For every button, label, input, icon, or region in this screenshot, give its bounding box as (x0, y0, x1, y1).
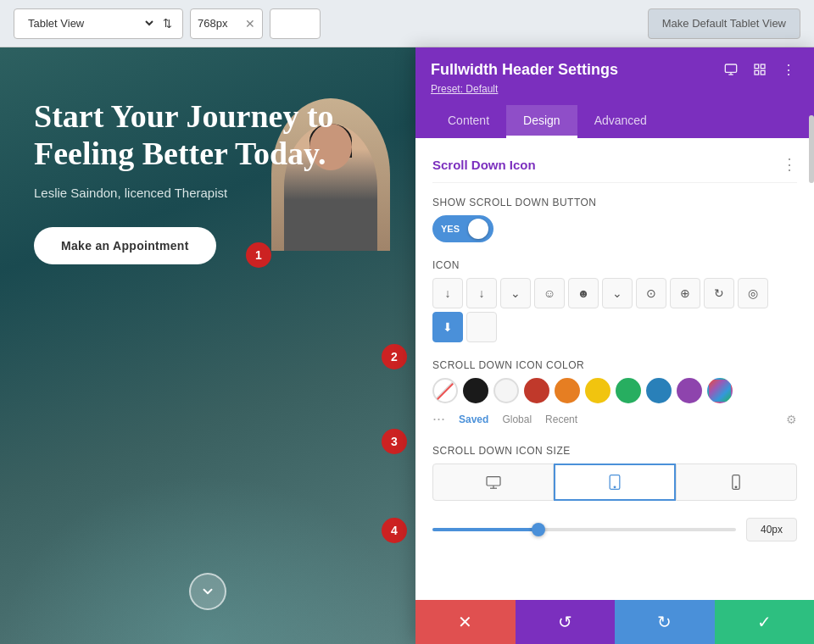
slider-row: 40px (432, 518, 797, 541)
panel-preset: Preset: Default (431, 83, 799, 95)
preview-subtitle: Leslie Saindon, licenced Therapist (34, 186, 382, 200)
scroll-down-section-heading: Scroll Down Icon ⋮ (432, 155, 797, 183)
icon-compass[interactable]: ◎ (738, 278, 768, 308)
section-title: Scroll Down Icon (432, 158, 536, 172)
panel-actions: ✕ ↺ ↻ ✓ (415, 600, 814, 644)
more-options-button[interactable]: ⋮ (778, 59, 799, 80)
top-toolbar: Tablet View ⇅ ✕ Make Default Tablet View (0, 0, 814, 47)
px-input[interactable] (198, 17, 240, 30)
icon-circle-down[interactable]: ⊙ (636, 278, 666, 308)
color-dots-button[interactable]: ··· (432, 410, 445, 428)
icon-chevron-down[interactable]: ⌄ (602, 278, 633, 308)
color-tab-saved[interactable]: Saved (459, 414, 488, 425)
tab-design[interactable]: Design (506, 105, 577, 138)
slider-value[interactable]: 40px (746, 518, 797, 541)
icon-color-label: Scroll Down Icon Color (432, 359, 797, 371)
main-area: Start Your Journey to Feeling Better Tod… (0, 47, 814, 644)
section-more-button[interactable]: ⋮ (782, 155, 797, 174)
svg-rect-6 (755, 70, 759, 75)
step-4-badge: 4 (382, 518, 407, 543)
icon-smiley-1[interactable]: ☺ (534, 278, 565, 308)
icon-grid: ↓ ↓ ⌄ ☺ ☻ ⌄ ⊙ ⊕ ↻ ◎ ⬇ (432, 278, 797, 342)
svg-point-13 (735, 486, 737, 488)
color-white[interactable] (493, 378, 519, 403)
icon-empty[interactable] (466, 312, 497, 342)
preset-label[interactable]: Preset: Default (431, 83, 498, 95)
website-preview: Start Your Journey to Feeling Better Tod… (0, 47, 415, 644)
redo-button[interactable]: ↻ (615, 600, 715, 644)
svg-rect-5 (761, 70, 765, 75)
step-2-badge: 2 (382, 344, 407, 369)
slider-track[interactable] (432, 528, 736, 531)
icon-smiley-2[interactable]: ☻ (568, 278, 599, 308)
px-close-icon[interactable]: ✕ (245, 17, 255, 31)
view-select[interactable]: Tablet View (25, 16, 156, 31)
toggle-wrap: YES (432, 215, 797, 242)
scroll-down-button[interactable] (189, 573, 226, 610)
preview-content: Start Your Journey to Feeling Better Tod… (0, 47, 415, 298)
step-3-badge: 3 (382, 429, 407, 454)
svg-rect-7 (487, 477, 500, 486)
preview-title: Start Your Journey to Feeling Better Tod… (34, 98, 382, 172)
color-settings-icon[interactable]: ⚙ (786, 413, 797, 426)
show-scroll-down-row: Show Scroll Down Button YES (432, 197, 797, 242)
toggle-yes-label: YES (438, 222, 463, 236)
icon-arrow-down-1[interactable]: ↓ (432, 278, 463, 308)
tab-content[interactable]: Content (431, 105, 506, 138)
show-scroll-label: Show Scroll Down Button (432, 197, 797, 208)
color-tab-global[interactable]: Global (502, 414, 532, 425)
color-blue[interactable] (646, 378, 672, 403)
icon-size-row: Scroll Down Icon Size (432, 445, 797, 501)
panel-body: Scroll Down Icon ⋮ Show Scroll Down Butt… (415, 138, 814, 600)
color-orange[interactable] (555, 378, 580, 403)
color-green[interactable] (616, 378, 641, 403)
save-button[interactable]: ✓ (715, 600, 815, 644)
responsive-icon-button[interactable] (721, 59, 741, 80)
view-select-wrap[interactable]: Tablet View ⇅ (14, 8, 183, 39)
icon-size-label: Scroll Down Icon Size (432, 445, 797, 457)
color-swatches (432, 378, 797, 403)
px-preview-box (270, 8, 321, 39)
panel-tabs: Content Design Advanced (431, 105, 799, 138)
color-purple[interactable] (677, 378, 702, 403)
slider-row-wrap: 40px (432, 518, 797, 541)
svg-rect-0 (725, 64, 736, 72)
icon-arrow-down-3[interactable]: ⌄ (500, 278, 531, 308)
icon-arrow-circle[interactable]: ↻ (704, 278, 734, 308)
color-tab-recent[interactable]: Recent (545, 414, 577, 425)
panel-scrollbar[interactable] (809, 115, 814, 183)
make-default-button[interactable]: Make Default Tablet View (648, 8, 800, 39)
appointment-button[interactable]: Make an Appointment (34, 227, 216, 264)
svg-rect-4 (761, 64, 765, 69)
layout-icon-button[interactable] (750, 59, 770, 80)
color-yellow[interactable] (585, 378, 610, 403)
toggle-knob (468, 219, 488, 239)
slider-thumb[interactable] (532, 523, 545, 536)
size-tablet-button[interactable] (554, 464, 675, 501)
size-mobile-button[interactable] (676, 464, 797, 501)
icon-down-circle-2[interactable]: ⊕ (670, 278, 700, 308)
color-tabs: ··· Saved Global Recent ⚙ (432, 410, 797, 428)
icon-color-row: Scroll Down Icon Color ··· Saved (432, 359, 797, 428)
color-dark-red[interactable] (524, 378, 549, 403)
slider-fill (432, 528, 538, 531)
size-desktop-button[interactable] (432, 464, 554, 501)
panel-header-icons: ⋮ (721, 59, 799, 80)
panel-title: Fullwidth Header Settings (431, 61, 618, 79)
undo-button[interactable]: ↺ (516, 600, 616, 644)
cancel-button[interactable]: ✕ (415, 600, 516, 644)
color-transparent[interactable] (432, 378, 458, 403)
color-gradient[interactable] (707, 378, 733, 403)
size-buttons (432, 464, 797, 501)
tab-advanced[interactable]: Advanced (577, 105, 664, 138)
px-input-wrap: ✕ (190, 8, 263, 39)
svg-rect-3 (755, 64, 759, 69)
icon-row: Icon ↓ ↓ ⌄ ☺ ☻ ⌄ ⊙ ⊕ ↻ ◎ ⬇ (432, 259, 797, 342)
select-arrow-icon: ⇅ (163, 17, 172, 30)
step-1-badge: 1 (246, 242, 271, 268)
panel-header-top: Fullwidth Header Settings ⋮ (431, 59, 799, 80)
icon-arrow-down-2[interactable]: ↓ (466, 278, 497, 308)
scroll-toggle[interactable]: YES (432, 215, 493, 242)
color-black[interactable] (463, 378, 488, 403)
icon-selected[interactable]: ⬇ (432, 312, 463, 342)
